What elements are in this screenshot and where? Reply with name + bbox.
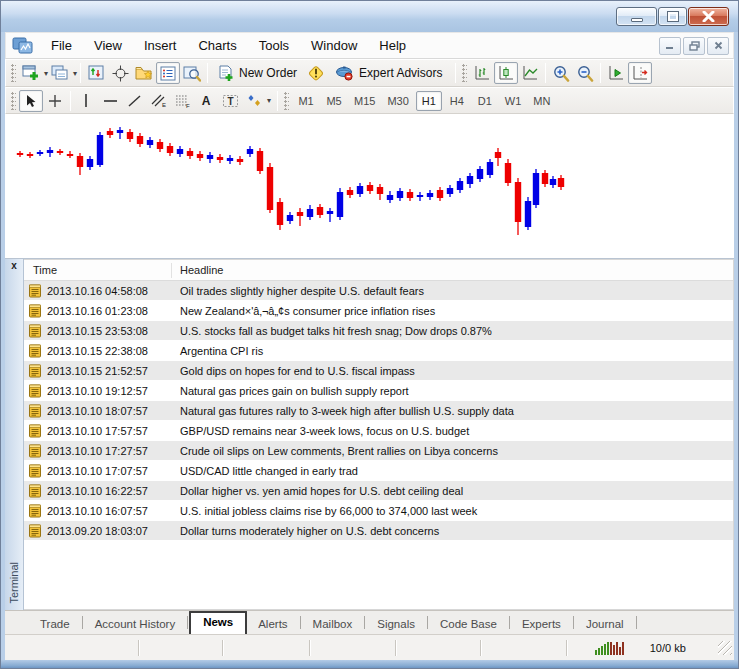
timeframe-w1-button[interactable]: W1 xyxy=(500,91,527,111)
tab-signals[interactable]: Signals xyxy=(366,615,426,634)
news-row[interactable]: 2013.10.16 04:58:08Oil trades slightly h… xyxy=(24,281,733,301)
favorites-folder-icon xyxy=(135,65,154,81)
new-order-button[interactable]: New Order xyxy=(211,62,304,84)
news-row[interactable]: 2013.10.10 19:12:57Natural gas prices ga… xyxy=(24,381,733,401)
crosshair-mode-button[interactable] xyxy=(43,90,67,112)
zoom-out-button[interactable] xyxy=(573,62,597,84)
favorites-button[interactable] xyxy=(132,62,156,84)
candlestick-mode-button[interactable] xyxy=(494,62,518,84)
news-row[interactable]: 2013.09.20 18:03:07Dollar turns moderate… xyxy=(24,521,733,541)
line-chart-mode-button[interactable] xyxy=(518,62,542,84)
tab-account-history[interactable]: Account History xyxy=(84,615,187,634)
close-button[interactable] xyxy=(688,7,729,26)
news-item-icon xyxy=(29,524,41,538)
tab-experts[interactable]: Experts xyxy=(511,615,572,634)
timeframe-h1-button[interactable]: H1 xyxy=(416,91,442,111)
crosshair-plus-icon xyxy=(48,94,62,108)
menu-help[interactable]: Help xyxy=(368,34,417,57)
menu-insert[interactable]: Insert xyxy=(133,34,188,57)
toolbar-grip[interactable] xyxy=(11,64,16,82)
equidistant-channel-tool-button[interactable]: E xyxy=(146,90,170,112)
news-headline: New Zealand×'â‚¬â„¢s consumer price infl… xyxy=(172,305,733,317)
news-row[interactable]: 2013.10.15 23:53:08U.S. stocks fall as b… xyxy=(24,321,733,341)
news-row[interactable]: 2013.10.16 01:23:08New Zealand×'â‚¬â„¢s … xyxy=(24,301,733,321)
chart-shift-button[interactable] xyxy=(628,62,652,84)
restore-button[interactable] xyxy=(658,7,687,26)
candle xyxy=(407,189,413,201)
bar-chart-mode-button[interactable] xyxy=(470,62,494,84)
candle xyxy=(337,188,343,220)
toolbar-grip[interactable] xyxy=(284,92,289,110)
news-row[interactable]: 2013.10.10 17:07:57USD/CAD little change… xyxy=(24,461,733,481)
toolbar-grip[interactable] xyxy=(462,64,467,82)
zoom-in-button[interactable] xyxy=(549,62,573,84)
news-row[interactable]: 2013.10.15 22:38:08Argentina CPI ris xyxy=(24,341,733,361)
tab-alerts[interactable]: Alerts xyxy=(247,615,298,634)
tab-code-base[interactable]: Code Base xyxy=(429,615,508,634)
timeframe-m15-button[interactable]: M15 xyxy=(349,91,380,111)
menu-view[interactable]: View xyxy=(83,34,133,57)
important-notice-button[interactable] xyxy=(304,62,328,84)
news-row[interactable]: 2013.10.10 16:07:57U.S. initial jobless … xyxy=(24,501,733,521)
candle xyxy=(157,139,163,152)
expert-advisors-button[interactable]: Expert Advisors xyxy=(328,62,449,84)
fibo-sub-label: F xyxy=(186,103,190,109)
candle xyxy=(227,155,233,164)
news-time: 2013.10.15 23:53:08 xyxy=(47,325,148,337)
terminal-close-button[interactable]: x xyxy=(8,261,21,274)
candle xyxy=(347,187,353,198)
menu-tools[interactable]: Tools xyxy=(248,34,300,57)
tab-mailbox[interactable]: Mailbox xyxy=(302,615,364,634)
profiles-dropdown[interactable]: ▾ xyxy=(73,69,77,78)
text-label-tool-button[interactable]: T xyxy=(218,90,242,112)
menu-file[interactable]: File xyxy=(40,34,83,57)
profiles-button[interactable] xyxy=(48,62,72,84)
candle xyxy=(447,185,453,197)
candle xyxy=(377,184,383,200)
horizontal-line-tool-button[interactable] xyxy=(98,90,122,112)
news-row[interactable]: 2013.10.10 16:22:57Dollar higher vs. yen… xyxy=(24,481,733,501)
chart-restore-button[interactable] xyxy=(683,37,705,55)
trendline-tool-button[interactable] xyxy=(122,90,146,112)
tab-trade[interactable]: Trade xyxy=(29,615,81,634)
candle xyxy=(297,208,303,226)
resize-grip[interactable] xyxy=(718,641,732,655)
menu-charts[interactable]: Charts xyxy=(187,34,247,57)
arrows-tool-button[interactable] xyxy=(242,90,266,112)
cursor-tool-button[interactable] xyxy=(19,90,43,112)
vertical-line-tool-button[interactable] xyxy=(74,90,98,112)
tab-news[interactable]: News xyxy=(189,611,247,634)
candle xyxy=(257,148,263,174)
toolbar-grip[interactable] xyxy=(11,92,16,110)
auto-scroll-button[interactable] xyxy=(604,62,628,84)
timeframe-mn-button[interactable]: MN xyxy=(528,91,555,111)
news-row[interactable]: 2013.10.10 17:27:57Crude oil slips on Le… xyxy=(24,441,733,461)
menu-window[interactable]: Window xyxy=(300,34,368,57)
timeframe-h4-button[interactable]: H4 xyxy=(444,91,470,111)
crosshair-tool-button[interactable] xyxy=(108,62,132,84)
tab-separator xyxy=(636,616,637,629)
timeframe-m1-button[interactable]: M1 xyxy=(293,91,319,111)
timeframe-m5-button[interactable]: M5 xyxy=(321,91,347,111)
navigator-button[interactable] xyxy=(180,62,204,84)
chart-close-button[interactable] xyxy=(707,37,729,55)
new-chart-button[interactable] xyxy=(19,62,43,84)
news-row[interactable]: 2013.10.10 17:57:57GBP/USD remains near … xyxy=(24,421,733,441)
title-bar[interactable] xyxy=(1,1,738,32)
timeframe-d1-button[interactable]: D1 xyxy=(472,91,498,111)
price-chart[interactable] xyxy=(5,114,734,259)
news-time: 2013.09.20 18:03:07 xyxy=(47,525,148,537)
timeframe-m30-button[interactable]: M30 xyxy=(382,91,413,111)
text-tool-button[interactable]: A xyxy=(194,90,218,112)
market-watch-button[interactable] xyxy=(156,62,180,84)
tick-chart-button[interactable] xyxy=(84,62,108,84)
news-row[interactable]: 2013.10.15 21:52:57Gold dips on hopes fo… xyxy=(24,361,733,381)
fibonacci-tool-button[interactable]: F xyxy=(170,90,194,112)
candle xyxy=(457,178,463,193)
minimize-button[interactable] xyxy=(616,7,657,26)
chart-minimize-button[interactable] xyxy=(659,37,681,55)
news-row[interactable]: 2013.10.10 18:07:57Natural gas futures r… xyxy=(24,401,733,421)
candle xyxy=(267,163,273,213)
tab-journal[interactable]: Journal xyxy=(575,615,635,634)
arrows-dropdown[interactable]: ▾ xyxy=(267,96,271,105)
